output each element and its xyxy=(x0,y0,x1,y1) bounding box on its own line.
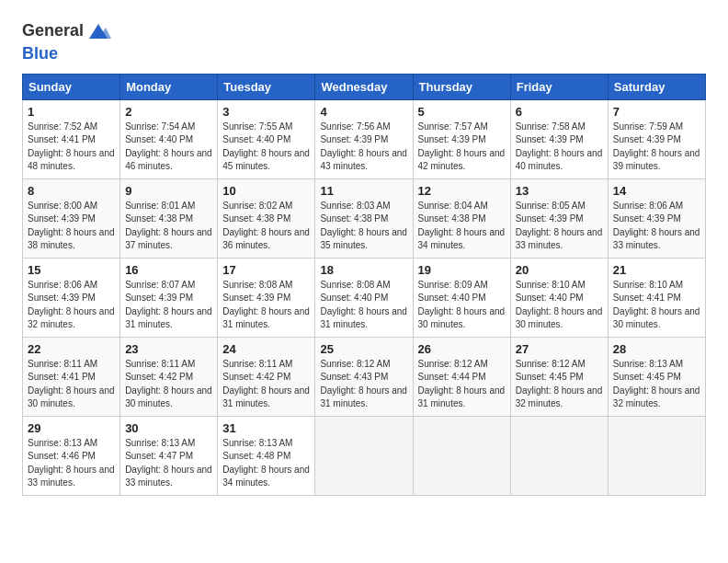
week-row-1: 1 Sunrise: 7:52 AM Sunset: 4:41 PM Dayli… xyxy=(23,99,706,178)
day-info: Sunrise: 8:11 AM Sunset: 4:42 PM Dayligh… xyxy=(125,358,212,411)
day-info: Sunrise: 8:12 AM Sunset: 4:43 PM Dayligh… xyxy=(320,358,407,411)
week-row-5: 29 Sunrise: 8:13 AM Sunset: 4:46 PM Dayl… xyxy=(23,416,706,495)
day-number: 8 xyxy=(28,184,115,198)
day-info: Sunrise: 7:55 AM Sunset: 4:40 PM Dayligh… xyxy=(222,121,310,174)
calendar-cell: 13 Sunrise: 8:05 AM Sunset: 4:39 PM Dayl… xyxy=(510,178,608,258)
day-info: Sunrise: 8:10 AM Sunset: 4:41 PM Dayligh… xyxy=(613,279,700,332)
day-info: Sunrise: 8:13 AM Sunset: 4:45 PM Dayligh… xyxy=(613,358,700,411)
calendar-cell: 30 Sunrise: 8:13 AM Sunset: 4:47 PM Dayl… xyxy=(120,416,218,495)
calendar-cell: 29 Sunrise: 8:13 AM Sunset: 4:46 PM Dayl… xyxy=(23,416,120,495)
calendar-cell: 16 Sunrise: 8:07 AM Sunset: 4:39 PM Dayl… xyxy=(120,258,218,337)
day-number: 23 xyxy=(125,342,212,356)
calendar-cell: 12 Sunrise: 8:04 AM Sunset: 4:38 PM Dayl… xyxy=(413,178,510,258)
calendar-cell: 14 Sunrise: 8:06 AM Sunset: 4:39 PM Dayl… xyxy=(608,178,705,258)
day-number: 21 xyxy=(613,263,700,277)
day-number: 17 xyxy=(222,263,310,277)
calendar-cell: 28 Sunrise: 8:13 AM Sunset: 4:45 PM Dayl… xyxy=(608,337,705,416)
day-number: 28 xyxy=(613,342,700,356)
day-number: 27 xyxy=(516,342,603,356)
calendar-cell: 1 Sunrise: 7:52 AM Sunset: 4:41 PM Dayli… xyxy=(23,99,120,178)
day-info: Sunrise: 8:11 AM Sunset: 4:42 PM Dayligh… xyxy=(222,358,310,411)
day-number: 9 xyxy=(125,184,212,198)
calendar-cell: 6 Sunrise: 7:58 AM Sunset: 4:39 PM Dayli… xyxy=(510,99,608,178)
day-info: Sunrise: 8:09 AM Sunset: 4:40 PM Dayligh… xyxy=(418,279,506,332)
calendar-cell: 27 Sunrise: 8:12 AM Sunset: 4:45 PM Dayl… xyxy=(510,337,608,416)
day-info: Sunrise: 8:10 AM Sunset: 4:40 PM Dayligh… xyxy=(516,279,603,332)
day-info: Sunrise: 8:06 AM Sunset: 4:39 PM Dayligh… xyxy=(28,279,115,332)
calendar-cell: 26 Sunrise: 8:12 AM Sunset: 4:44 PM Dayl… xyxy=(413,337,510,416)
day-info: Sunrise: 7:59 AM Sunset: 4:39 PM Dayligh… xyxy=(613,121,700,174)
calendar-cell: 21 Sunrise: 8:10 AM Sunset: 4:41 PM Dayl… xyxy=(608,258,705,337)
calendar-cell: 20 Sunrise: 8:10 AM Sunset: 4:40 PM Dayl… xyxy=(510,258,608,337)
calendar-cell: 2 Sunrise: 7:54 AM Sunset: 4:40 PM Dayli… xyxy=(120,99,218,178)
logo-general: General xyxy=(22,21,84,40)
day-info: Sunrise: 8:08 AM Sunset: 4:39 PM Dayligh… xyxy=(222,279,310,332)
day-info: Sunrise: 7:57 AM Sunset: 4:39 PM Dayligh… xyxy=(418,121,506,174)
day-number: 6 xyxy=(516,105,603,119)
header-sunday: Sunday xyxy=(23,74,120,99)
calendar-cell xyxy=(315,416,413,495)
calendar-cell: 22 Sunrise: 8:11 AM Sunset: 4:41 PM Dayl… xyxy=(23,337,120,416)
day-number: 14 xyxy=(613,184,700,198)
day-number: 30 xyxy=(125,421,212,435)
calendar-cell xyxy=(510,416,608,495)
day-info: Sunrise: 8:08 AM Sunset: 4:40 PM Dayligh… xyxy=(320,279,407,332)
day-info: Sunrise: 8:11 AM Sunset: 4:41 PM Dayligh… xyxy=(28,358,115,411)
calendar-cell: 11 Sunrise: 8:03 AM Sunset: 4:38 PM Dayl… xyxy=(315,178,413,258)
day-number: 11 xyxy=(320,184,407,198)
day-number: 20 xyxy=(516,263,603,277)
calendar-table: SundayMondayTuesdayWednesdayThursdayFrid… xyxy=(22,74,706,496)
day-number: 2 xyxy=(125,105,212,119)
day-number: 4 xyxy=(320,105,407,119)
day-number: 10 xyxy=(222,184,310,198)
day-info: Sunrise: 7:52 AM Sunset: 4:41 PM Dayligh… xyxy=(28,121,115,174)
week-row-3: 15 Sunrise: 8:06 AM Sunset: 4:39 PM Dayl… xyxy=(23,258,706,337)
day-number: 31 xyxy=(222,421,310,435)
header-thursday: Thursday xyxy=(413,74,510,99)
day-info: Sunrise: 8:02 AM Sunset: 4:38 PM Dayligh… xyxy=(222,200,310,253)
day-number: 25 xyxy=(320,342,407,356)
day-number: 19 xyxy=(418,263,506,277)
calendar-cell: 10 Sunrise: 8:02 AM Sunset: 4:38 PM Dayl… xyxy=(218,178,315,258)
logo: General Blue xyxy=(22,18,111,64)
day-info: Sunrise: 7:54 AM Sunset: 4:40 PM Dayligh… xyxy=(125,121,212,174)
calendar-cell: 15 Sunrise: 8:06 AM Sunset: 4:39 PM Dayl… xyxy=(23,258,120,337)
calendar-header-row: SundayMondayTuesdayWednesdayThursdayFrid… xyxy=(23,74,706,99)
calendar-cell: 9 Sunrise: 8:01 AM Sunset: 4:38 PM Dayli… xyxy=(120,178,218,258)
day-info: Sunrise: 7:56 AM Sunset: 4:39 PM Dayligh… xyxy=(320,121,407,174)
header-monday: Monday xyxy=(120,74,218,99)
calendar-cell: 23 Sunrise: 8:11 AM Sunset: 4:42 PM Dayl… xyxy=(120,337,218,416)
day-info: Sunrise: 8:07 AM Sunset: 4:39 PM Dayligh… xyxy=(125,279,212,332)
calendar-cell: 7 Sunrise: 7:59 AM Sunset: 4:39 PM Dayli… xyxy=(608,99,705,178)
day-info: Sunrise: 8:04 AM Sunset: 4:38 PM Dayligh… xyxy=(418,200,506,253)
day-number: 3 xyxy=(222,105,310,119)
day-info: Sunrise: 8:13 AM Sunset: 4:47 PM Dayligh… xyxy=(125,437,212,490)
day-number: 13 xyxy=(516,184,603,198)
day-info: Sunrise: 8:13 AM Sunset: 4:46 PM Dayligh… xyxy=(28,437,115,490)
day-number: 24 xyxy=(222,342,310,356)
day-number: 26 xyxy=(418,342,506,356)
page-header: General Blue xyxy=(22,18,706,64)
header-wednesday: Wednesday xyxy=(315,74,413,99)
logo-icon xyxy=(85,18,111,44)
day-number: 12 xyxy=(418,184,506,198)
calendar-cell: 17 Sunrise: 8:08 AM Sunset: 4:39 PM Dayl… xyxy=(218,258,315,337)
calendar-cell: 19 Sunrise: 8:09 AM Sunset: 4:40 PM Dayl… xyxy=(413,258,510,337)
header-tuesday: Tuesday xyxy=(218,74,315,99)
week-row-4: 22 Sunrise: 8:11 AM Sunset: 4:41 PM Dayl… xyxy=(23,337,706,416)
day-number: 7 xyxy=(613,105,700,119)
logo-blue: Blue xyxy=(22,44,58,63)
calendar-cell: 5 Sunrise: 7:57 AM Sunset: 4:39 PM Dayli… xyxy=(413,99,510,178)
day-number: 29 xyxy=(28,421,115,435)
week-row-2: 8 Sunrise: 8:00 AM Sunset: 4:39 PM Dayli… xyxy=(23,178,706,258)
calendar-cell: 18 Sunrise: 8:08 AM Sunset: 4:40 PM Dayl… xyxy=(315,258,413,337)
calendar-cell: 4 Sunrise: 7:56 AM Sunset: 4:39 PM Dayli… xyxy=(315,99,413,178)
calendar-cell xyxy=(608,416,705,495)
header-friday: Friday xyxy=(510,74,608,99)
day-number: 16 xyxy=(125,263,212,277)
day-number: 5 xyxy=(418,105,506,119)
day-info: Sunrise: 7:58 AM Sunset: 4:39 PM Dayligh… xyxy=(516,121,603,174)
day-number: 1 xyxy=(28,105,115,119)
day-info: Sunrise: 8:05 AM Sunset: 4:39 PM Dayligh… xyxy=(516,200,603,253)
calendar-cell: 8 Sunrise: 8:00 AM Sunset: 4:39 PM Dayli… xyxy=(23,178,120,258)
